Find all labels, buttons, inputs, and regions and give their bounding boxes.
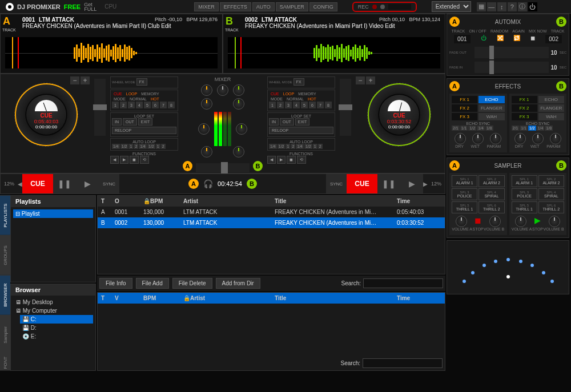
sampler-pad-a-5[interactable]: SPL 5THRILL 1 [452, 201, 477, 213]
es-a-2[interactable]: 1/1 [460, 126, 468, 131]
loop-out-b[interactable]: OUT [280, 118, 294, 126]
hotcue-1[interactable]: 1 [112, 102, 119, 108]
hotcue-6[interactable]: 6 [152, 102, 159, 108]
fx-b-param-knob[interactable] [550, 133, 561, 144]
file-add-button[interactable]: File Add [136, 278, 169, 289]
deck-a-cue-button[interactable]: CUE [22, 174, 53, 193]
nav-sampler[interactable]: SAMPLER [276, 2, 308, 11]
eq-b-mid[interactable] [236, 123, 247, 135]
es-a-4[interactable]: 1/4 [477, 126, 485, 131]
sampler-pad-a-6[interactable]: SPL 6THRILL 2 [478, 201, 504, 213]
fx-a-dry-knob[interactable] [455, 133, 466, 144]
file-info-button[interactable]: File Info [99, 278, 132, 289]
playlist-search-input[interactable] [363, 278, 443, 288]
reloop-btn[interactable]: RELOOP [112, 127, 176, 134]
al-5[interactable]: 1/4 [139, 144, 147, 149]
browser-desktop[interactable]: 🖥 My Desktop [13, 298, 93, 306]
tab-playlists[interactable]: PLAYLISTS [0, 195, 10, 235]
hotcue-b-7[interactable]: 7 [317, 102, 324, 108]
deck-b-zoom-in[interactable]: + [366, 76, 375, 84]
loop-out-btn[interactable]: OUT [123, 118, 137, 126]
sampler-pad-b-3[interactable]: SPL 3POLICE [512, 188, 537, 200]
sampler-pad-b-1[interactable]: SPL 1ALARM 1 [512, 175, 537, 187]
am-shuffle-icon[interactable]: 🔀 [497, 35, 504, 43]
hotcue-b-8[interactable]: 8 [325, 102, 332, 108]
loop-in-btn[interactable]: IN [112, 118, 122, 126]
al-4[interactable]: 2 [134, 144, 138, 149]
eq-b-hi[interactable] [233, 98, 244, 110]
al-7[interactable]: 1 [156, 144, 160, 149]
tab-font[interactable]: FONT [0, 354, 10, 371]
spl-a-stop-icon[interactable]: ◼ [475, 216, 481, 227]
help-icon[interactable]: ? [508, 2, 517, 11]
fx-b-dry-knob[interactable] [514, 133, 526, 144]
tab-browser[interactable]: BROWSER [0, 275, 10, 315]
hotcue-b-1[interactable]: 1 [269, 102, 276, 108]
eq-a-lo[interactable] [201, 146, 212, 157]
browser-search-input[interactable] [363, 358, 443, 368]
fn-a-3[interactable]: ◼ [130, 156, 139, 164]
fx-a-wah[interactable]: WAH [478, 113, 504, 120]
deck-a-play-button[interactable]: ▶ [76, 174, 99, 193]
alb-8[interactable]: 2 [318, 144, 323, 149]
alb-3[interactable]: 1 [286, 144, 290, 149]
hotcue-7[interactable]: 7 [160, 102, 167, 108]
browser-drive-c[interactable]: 💾 C: [20, 315, 93, 324]
sampler-pad-b-5[interactable]: SPL 5THRILL 1 [512, 201, 537, 213]
hotcue-b-4[interactable]: 4 [293, 102, 300, 108]
al-3[interactable]: 1 [128, 144, 133, 149]
sampler-pad-b-4[interactable]: SPL 4SPIRAL [538, 188, 564, 200]
fn-b-1[interactable]: ◀ [267, 156, 276, 164]
am-random[interactable]: RANDOM [490, 29, 508, 33]
fx-b-wah[interactable]: WAH [538, 113, 564, 120]
hotcue-b-6[interactable]: 6 [309, 102, 316, 108]
deck-b-fx-btn[interactable]: FX [293, 78, 304, 86]
col-o[interactable]: O [111, 197, 140, 205]
bcol-bpm[interactable]: BPM [140, 294, 180, 302]
col-time[interactable]: Time [393, 197, 445, 205]
spl-a-vol-knob[interactable] [456, 216, 467, 227]
am-mixnow[interactable]: MIX NOW [529, 29, 547, 33]
fx-a-echo[interactable]: ECHO [478, 96, 504, 103]
hotcue-5[interactable]: 5 [144, 102, 151, 108]
hotcue-3[interactable]: 3 [128, 102, 135, 108]
am-repeat-icon[interactable]: 🔁 [513, 35, 520, 43]
es-a-3[interactable]: 1/2 [468, 126, 476, 131]
sampler-pad-a-4[interactable]: SPL 4SPIRAL [478, 188, 504, 200]
sampler-pad-b-6[interactable]: SPL 6THRILL 2 [538, 201, 564, 213]
fn-b-4[interactable]: ⟲ [297, 156, 306, 164]
deck-a-pause-button[interactable]: ❚❚ [53, 174, 76, 193]
gain-a-knob[interactable] [201, 84, 212, 96]
mode-cue-b[interactable]: CUE [269, 91, 281, 96]
browser-drive-d[interactable]: 💾 D: [20, 324, 93, 332]
sampler-pad-b-2[interactable]: SPL 2ALARM 2 [538, 175, 564, 187]
fx-b-echo[interactable]: ECHO [538, 96, 564, 103]
col-title[interactable]: Title [271, 197, 393, 205]
hotcue-2[interactable]: 2 [120, 102, 127, 108]
fn-a-1[interactable]: ◀ [110, 156, 119, 164]
headphone-icon[interactable]: 🎧 [203, 179, 213, 188]
bcol-title[interactable]: Title [271, 294, 393, 302]
deck-b-pitch-fader[interactable] [340, 79, 351, 136]
browser-drive-e[interactable]: 💿 E: [20, 332, 93, 341]
grid-icon[interactable]: ▦ [477, 2, 486, 11]
eq-b-lo[interactable] [233, 146, 244, 157]
fx-a-param-knob[interactable] [490, 133, 501, 144]
spl-b-vol-knob[interactable] [515, 216, 526, 227]
es-b-1[interactable]: 2/1 [512, 126, 520, 131]
minimize-icon[interactable]: — [487, 2, 496, 11]
deck-a-zoom-out[interactable]: − [70, 76, 79, 84]
close-icon[interactable]: ⏻ [528, 2, 537, 11]
mode-hot[interactable]: HOT [149, 96, 161, 102]
browser-computer[interactable]: 🖥 My Computer [13, 306, 93, 315]
tab-sampler[interactable]: Sampler [0, 315, 10, 355]
deck-a-pitch-fader[interactable] [94, 79, 106, 136]
center-b-badge[interactable]: B [247, 179, 257, 189]
deck-b-sync-button[interactable]: SYNC [326, 174, 347, 193]
deck-b-jog-wheel[interactable]: CUE 0:03:30:52 0:00:00:00 [368, 83, 431, 146]
es-b-3[interactable]: 1/2 [528, 126, 536, 131]
sampler-pad-a-1[interactable]: SPL 1ALARM 1 [452, 175, 477, 187]
al-1[interactable]: 1/4 [112, 144, 120, 149]
fn-a-2[interactable]: ▶ [120, 156, 128, 164]
deck-b-cue-button[interactable]: CUE [347, 174, 377, 193]
